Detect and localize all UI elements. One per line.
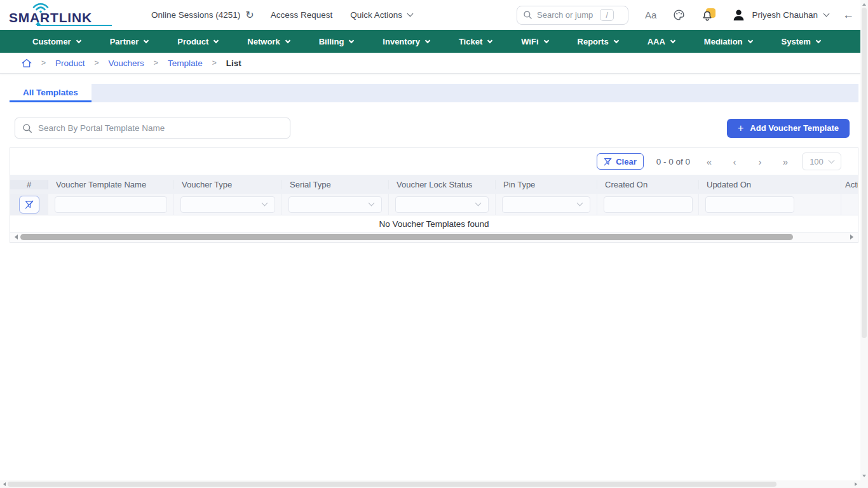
page-vertical-scrollbar[interactable]	[860, 0, 868, 480]
page-size-select[interactable]: 100	[802, 152, 841, 170]
quick-actions-label: Quick Actions	[350, 10, 402, 20]
scrollbar-corner	[860, 480, 868, 488]
filter-input-template-name[interactable]	[55, 196, 167, 213]
search-icon	[523, 10, 532, 20]
scrollbar-thumb[interactable]	[20, 234, 793, 240]
prev-page-button[interactable]: ‹	[729, 156, 740, 167]
nav-item-billing[interactable]: Billing	[304, 30, 369, 53]
nav-item-wifi[interactable]: WiFi	[506, 30, 562, 53]
nav-item-aaa[interactable]: AAA	[633, 30, 689, 53]
column-header-pin-type: Pin Type	[496, 180, 597, 189]
chevron-down-icon	[816, 37, 821, 43]
global-search-box[interactable]: /	[517, 6, 628, 25]
main-navigation: Customer Partner Product Network Billing…	[0, 30, 868, 53]
breadcrumb-link-product[interactable]: Product	[55, 58, 85, 68]
table-scroll-viewport: # Voucher Template Name Voucher Type Ser…	[10, 175, 858, 233]
filter-input-updated-on[interactable]	[705, 196, 794, 213]
breadcrumb-current: List	[226, 58, 241, 68]
font-size-toggle[interactable]: Aa	[645, 10, 656, 20]
online-sessions-label: Online Sessions (4251)	[151, 10, 240, 20]
table-header-row: # Voucher Template Name Voucher Type Ser…	[10, 175, 858, 194]
filter-clear-icon	[604, 158, 612, 166]
column-header-serial-type: Serial Type	[282, 180, 389, 189]
last-page-button[interactable]: »	[780, 156, 790, 167]
clear-filters-button[interactable]: Clear	[597, 153, 644, 170]
chevron-down-icon	[613, 37, 618, 43]
nav-item-system[interactable]: System	[767, 30, 835, 53]
scroll-left-arrow[interactable]	[12, 234, 18, 240]
column-header-index: #	[10, 180, 48, 189]
slash-shortcut-badge: /	[600, 9, 614, 21]
notifications-bell-icon[interactable]	[702, 8, 715, 22]
scroll-down-arrow[interactable]	[862, 475, 866, 479]
chevron-down-icon	[407, 11, 414, 17]
chevron-down-icon	[349, 37, 354, 43]
nav-item-mediation[interactable]: Mediation	[689, 30, 767, 53]
user-name: Priyesh Chauhan	[752, 10, 818, 20]
filter-select-voucher-type[interactable]	[180, 196, 275, 213]
column-header-template-name: Voucher Template Name	[48, 180, 174, 189]
nav-item-inventory[interactable]: Inventory	[368, 30, 444, 53]
column-header-voucher-type: Voucher Type	[174, 180, 282, 189]
breadcrumb-separator: >	[41, 58, 46, 67]
smartlink-logo[interactable]: SMARTLINK	[9, 3, 112, 28]
access-request-link[interactable]: Access Request	[271, 10, 333, 20]
global-search-input[interactable]	[537, 10, 595, 20]
tab-strip: All Templates	[10, 84, 858, 102]
home-icon[interactable]	[22, 58, 32, 68]
breadcrumb-link-template[interactable]: Template	[168, 58, 203, 68]
quick-actions-menu[interactable]: Quick Actions	[350, 10, 412, 20]
filter-select-pin-type[interactable]	[502, 196, 590, 213]
logo-underline	[37, 25, 112, 26]
chevron-down-icon	[144, 37, 149, 43]
next-page-button[interactable]: ›	[755, 156, 765, 167]
search-icon	[22, 123, 32, 133]
chevron-down-icon	[747, 37, 752, 43]
scroll-right-arrow[interactable]	[850, 234, 856, 240]
portal-template-search-input[interactable]	[38, 123, 283, 133]
back-arrow-icon[interactable]: ←	[843, 8, 854, 22]
chevron-down-icon	[824, 11, 830, 17]
bell-icon	[702, 10, 713, 22]
portal-template-search-box[interactable]	[15, 118, 290, 139]
nav-item-customer[interactable]: Customer	[18, 30, 95, 53]
filter-toggle-button[interactable]	[19, 196, 39, 214]
pagination-range: 0 - 0 of 0	[656, 157, 690, 166]
breadcrumb-link-vouchers[interactable]: Vouchers	[109, 58, 144, 68]
refresh-icon[interactable]: ↻	[245, 10, 254, 20]
logo-wordmark: SMARTLINK	[9, 11, 92, 24]
plus-icon: +	[738, 123, 743, 133]
column-header-updated-on: Updated On	[699, 180, 841, 189]
page-horizontal-scrollbar[interactable]	[0, 480, 860, 488]
add-voucher-template-button[interactable]: + Add Voucher Template	[727, 119, 850, 138]
chevron-down-icon	[487, 37, 492, 43]
scroll-left-arrow[interactable]	[1, 482, 6, 486]
nav-item-ticket[interactable]: Ticket	[444, 30, 506, 53]
voucher-template-table: Clear 0 - 0 of 0 « ‹ › » 100 # Voucher T…	[10, 147, 858, 243]
scroll-up-arrow[interactable]	[862, 1, 866, 6]
nav-item-product[interactable]: Product	[163, 30, 233, 53]
column-header-voucher-lock-status: Voucher Lock Status	[389, 180, 496, 189]
tab-all-templates[interactable]: All Templates	[10, 84, 92, 102]
chevron-down-icon	[828, 157, 834, 163]
page-size-value: 100	[810, 157, 824, 166]
nav-item-network[interactable]: Network	[233, 30, 304, 53]
nav-item-partner[interactable]: Partner	[95, 30, 163, 53]
first-page-button[interactable]: «	[704, 156, 714, 167]
breadcrumb: > Product > Vouchers > Template > List	[0, 53, 868, 74]
scrollbar-thumb[interactable]	[862, 8, 867, 338]
filter-input-created-on[interactable]	[604, 196, 693, 213]
chevron-down-icon	[670, 37, 675, 43]
nav-item-reports[interactable]: Reports	[563, 30, 633, 53]
breadcrumb-separator: >	[212, 58, 217, 67]
scroll-right-arrow[interactable]	[855, 482, 859, 486]
table-horizontal-scrollbar[interactable]	[10, 233, 858, 242]
user-menu[interactable]: Priyesh Chauhan	[732, 8, 829, 22]
top-header: SMARTLINK Online Sessions (4251) ↻ Acces…	[0, 0, 868, 30]
table-toolbar: Clear 0 - 0 of 0 « ‹ › » 100	[10, 148, 858, 175]
filter-select-voucher-lock-status[interactable]	[395, 196, 489, 213]
chevron-down-icon	[369, 200, 375, 207]
scrollbar-thumb[interactable]	[8, 482, 776, 487]
theme-palette-icon[interactable]	[673, 9, 685, 21]
filter-select-serial-type[interactable]	[288, 196, 382, 213]
